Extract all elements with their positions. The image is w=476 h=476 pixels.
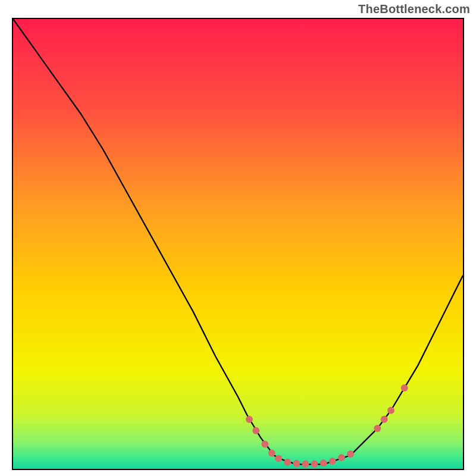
data-marker [374,425,381,432]
data-marker [261,440,268,447]
data-marker [302,461,309,468]
data-marker [268,450,275,457]
plot-background [13,19,463,469]
data-marker [347,450,354,458]
chart-frame: TheBottleneck.com [0,0,476,476]
data-marker [381,416,388,423]
watermark-text: TheBottleneck.com [358,2,470,16]
data-marker [329,458,336,465]
data-marker [401,384,408,392]
data-marker [293,460,300,467]
plot-svg [13,19,463,469]
plot-area [12,18,464,470]
data-marker [246,416,253,423]
data-marker [338,454,345,461]
data-marker [311,461,318,468]
data-marker [252,427,259,434]
data-marker [284,459,291,466]
data-marker [275,455,282,462]
data-marker [320,459,327,466]
data-marker [387,407,394,414]
